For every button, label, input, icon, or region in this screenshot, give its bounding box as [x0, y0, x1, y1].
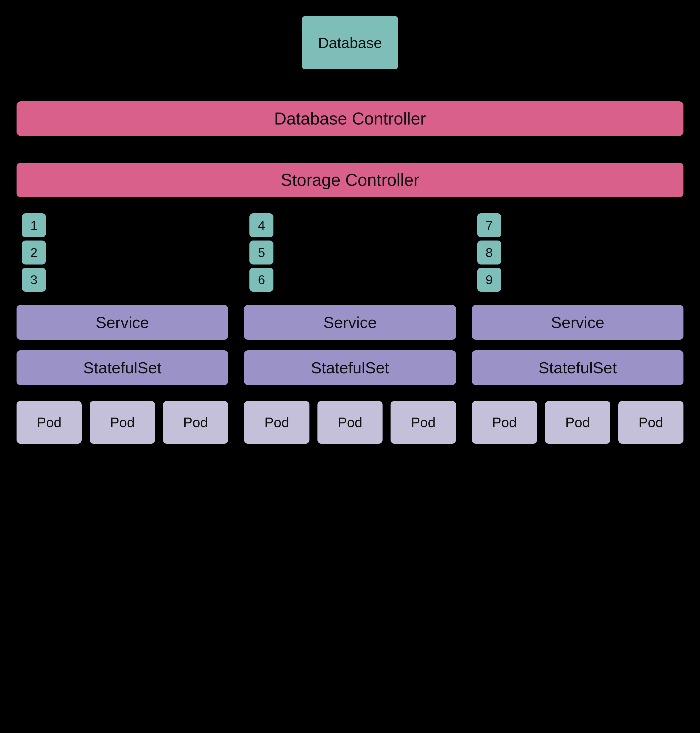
- badge-4: 4: [249, 213, 274, 237]
- statefulset-label-1: StatefulSet: [83, 358, 162, 377]
- pod-2-1: Pod: [244, 401, 309, 444]
- statefulset-label-3: StatefulSet: [538, 358, 617, 377]
- storage-section: Storage Controller 1 2 3 Servi: [16, 163, 684, 444]
- pods-row-2: Pod Pod Pod: [244, 401, 456, 444]
- badge-7: 7: [477, 213, 501, 237]
- badges-col3: 7 8 9: [472, 213, 501, 292]
- service-box-2: Service: [244, 305, 456, 340]
- pod-2-3: Pod: [391, 401, 456, 444]
- statefulset-box-3: StatefulSet: [472, 350, 684, 385]
- pod-3-3: Pod: [618, 401, 684, 444]
- badge-1: 1: [22, 213, 46, 237]
- statefulset-label-2: StatefulSet: [311, 358, 389, 377]
- service-box-1: Service: [16, 305, 228, 340]
- pod-3-2: Pod: [545, 401, 610, 444]
- column-2: 4 5 6 Service StatefulSet: [244, 213, 456, 444]
- storage-controller-bar: Storage Controller: [16, 163, 684, 197]
- service-label-2: Service: [324, 313, 376, 332]
- pod-2-2: Pod: [318, 401, 382, 444]
- service-label-3: Service: [551, 313, 604, 332]
- pod-1-3: Pod: [163, 401, 228, 444]
- badge-8: 8: [477, 241, 501, 264]
- pod-1-2: Pod: [90, 401, 155, 444]
- statefulset-box-2: StatefulSet: [244, 350, 456, 385]
- badge-3: 3: [22, 268, 46, 292]
- database-controller-bar: Database Controller: [16, 101, 684, 136]
- storage-controller-label: Storage Controller: [281, 170, 419, 190]
- badge-5: 5: [249, 241, 274, 264]
- statefulset-box-1: StatefulSet: [16, 350, 228, 385]
- column-1: 1 2 3 Service StatefulSet: [16, 213, 228, 444]
- column-3: 7 8 9 Service StatefulSet: [472, 213, 684, 444]
- diagram-container: Database Database Controller Storage Con…: [16, 16, 684, 444]
- database-label: Database: [318, 34, 382, 51]
- database-controller-label: Database Controller: [274, 109, 426, 129]
- badge-9: 9: [477, 268, 501, 292]
- service-box-3: Service: [472, 305, 684, 340]
- badge-6: 6: [249, 268, 274, 292]
- badges-col1: 1 2 3: [16, 213, 46, 292]
- pod-1-1: Pod: [16, 401, 82, 444]
- columns-container: 1 2 3 Service StatefulSet: [16, 213, 684, 444]
- pods-row-1: Pod Pod Pod: [16, 401, 228, 444]
- badges-col2: 4 5 6: [244, 213, 274, 292]
- database-box: Database: [302, 16, 398, 69]
- pods-row-3: Pod Pod Pod: [472, 401, 684, 444]
- service-label-1: Service: [96, 313, 149, 332]
- pod-3-1: Pod: [472, 401, 537, 444]
- badge-2: 2: [22, 241, 46, 264]
